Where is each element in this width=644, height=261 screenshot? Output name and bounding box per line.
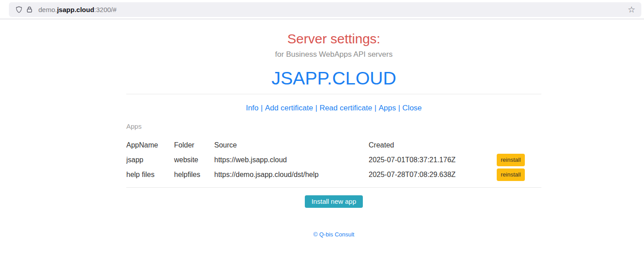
url-domain: jsapp.cloud [57, 6, 94, 13]
page-title: Server settings: [126, 31, 541, 46]
page-footer: © Q-bis Consult [126, 231, 541, 238]
install-new-app-button[interactable]: Install new app [305, 195, 363, 208]
nav-menu: Info|Add certificate|Read certificate|Ap… [126, 104, 541, 113]
action-cell: reinstall [497, 168, 541, 181]
url-text[interactable]: demo.jsapp.cloud:3200/# [38, 6, 116, 13]
shield-icon[interactable] [13, 4, 24, 15]
divider-top [126, 94, 541, 94]
nav-link-apps[interactable]: Apps [378, 104, 396, 112]
app-name-cell: jsapp [126, 156, 174, 164]
divider-bottom [126, 187, 541, 188]
nav-link-add-certificate[interactable]: Add certificate [265, 104, 313, 112]
column-header-folder: Folder [174, 141, 214, 149]
install-button-row: Install new app [126, 195, 541, 208]
nav-link-close[interactable]: Close [403, 104, 422, 112]
table-row: help files helpfiles https://demo.jsapp.… [126, 167, 541, 182]
apps-table: AppName Folder Source Created jsapp webs… [126, 138, 541, 182]
nav-link-info[interactable]: Info [246, 104, 258, 112]
table-row: jsapp website https://web.jsapp.cloud 20… [126, 152, 541, 167]
apps-table-header-row: AppName Folder Source Created [126, 138, 541, 152]
created-cell: 2025-07-01T08:37:21.176Z [369, 156, 497, 164]
apps-section-label: Apps [126, 122, 541, 130]
reinstall-button[interactable]: reinstall [497, 168, 525, 181]
column-header-created: Created [369, 141, 497, 149]
created-cell: 2025-07-28T07:08:29.638Z [369, 171, 497, 179]
page-subtitle: for Business WebApps API servers [126, 50, 541, 59]
app-name-cell: help files [126, 171, 174, 179]
lock-icon[interactable] [24, 4, 35, 15]
column-header-source: Source [214, 141, 369, 149]
brand-title: JSAPP.CLOUD [126, 69, 541, 87]
nav-link-read-certificate[interactable]: Read certificate [320, 104, 372, 112]
folder-cell: website [174, 156, 214, 164]
url-subdomain: demo. [38, 6, 57, 13]
browser-toolbar: demo.jsapp.cloud:3200/# ☆ [0, 0, 644, 19]
bookmark-star-icon[interactable]: ☆ [626, 4, 637, 15]
footer-link-qbis-consult[interactable]: © Q-bis Consult [313, 231, 354, 238]
source-cell: https://web.jsapp.cloud [214, 156, 369, 164]
nav-separator: | [398, 104, 400, 112]
main-content: Server settings: for Business WebApps AP… [126, 31, 541, 238]
nav-separator: | [374, 104, 376, 112]
action-cell: reinstall [497, 154, 541, 166]
url-port-path: :3200/# [94, 6, 116, 13]
column-header-appname: AppName [126, 141, 174, 149]
folder-cell: helpfiles [174, 171, 214, 179]
nav-separator: | [261, 104, 262, 112]
nav-separator: | [315, 104, 317, 112]
url-bar[interactable]: demo.jsapp.cloud:3200/# ☆ [9, 2, 641, 17]
reinstall-button[interactable]: reinstall [497, 154, 525, 166]
source-cell: https://demo.jsapp.cloud/dst/help [214, 171, 369, 179]
